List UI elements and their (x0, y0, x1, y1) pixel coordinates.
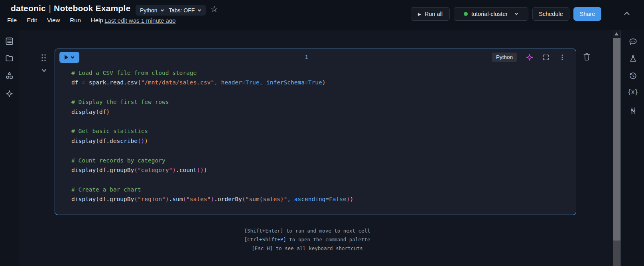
header-bar: dateonic|Notebook Example Python Tabs: O… (0, 0, 644, 30)
code-line[interactable] (71, 117, 569, 126)
code-line[interactable]: display(df.groupBy("category").count()) (71, 165, 569, 175)
drag-dots-icon (41, 54, 47, 62)
code-editor[interactable]: # Load a CSV file from cloud storagedf =… (71, 68, 569, 204)
cell-number: 1 (301, 53, 313, 60)
code-line[interactable]: # Display the first few rows (71, 97, 569, 107)
menu-bar: File Edit View Run Help (7, 17, 103, 23)
notebook-cell[interactable]: 1 Python # Load a (55, 49, 576, 215)
tabs-selector[interactable]: Tabs: OFF (164, 5, 206, 16)
schedule-button[interactable]: Schedule (532, 7, 569, 21)
notebook-title-name: dateonic (11, 4, 46, 13)
last-edit-link[interactable]: Last edit was 1 minute ago (104, 17, 175, 24)
workflows-icon[interactable] (5, 71, 14, 80)
play-icon: ▶ (418, 12, 421, 16)
language-selector[interactable]: Python (136, 5, 169, 16)
collapse-header-chevron[interactable] (623, 10, 630, 16)
chevron-down-icon (41, 68, 47, 73)
kebab-menu-icon[interactable] (558, 53, 566, 61)
cell-drag-handle[interactable] (41, 54, 47, 62)
code-line[interactable] (71, 146, 569, 155)
hint-line: [Shift+Enter] to run and move to next ce… (19, 227, 595, 235)
code-line[interactable]: # Create a bar chart (71, 185, 569, 194)
hint-line: [Ctrl+Shift+P] to open the command palet… (19, 235, 595, 244)
cluster-selector[interactable]: tutorial-cluster (454, 7, 528, 21)
cluster-status-dot (464, 12, 468, 16)
chevron-down-icon (160, 8, 164, 12)
code-line[interactable]: # Count records by category (71, 156, 569, 165)
scrollbar-track[interactable] (613, 241, 620, 266)
delete-cell-button[interactable] (582, 52, 591, 62)
run-all-button[interactable]: ▶ Run all (411, 7, 450, 21)
assistant-sparkle-icon[interactable] (526, 53, 534, 61)
variables-glyph: {x} (627, 88, 638, 96)
trash-icon (582, 52, 591, 62)
vertical-scrollbar[interactable] (613, 30, 620, 266)
notebook-panel-icon[interactable] (5, 37, 14, 46)
experiments-icon[interactable] (628, 54, 638, 63)
version-history-icon[interactable] (628, 71, 638, 80)
notebook-title-subtitle: Notebook Example (54, 4, 130, 13)
scrollbar-thumb[interactable] (613, 38, 620, 241)
menu-help[interactable]: Help (91, 17, 103, 23)
code-line[interactable] (71, 175, 569, 184)
cell-toolbar: Python (492, 53, 566, 62)
fullscreen-icon[interactable] (542, 53, 550, 61)
code-line[interactable] (71, 88, 569, 97)
cell-language-pill[interactable]: Python (492, 53, 517, 62)
run-cell-button[interactable] (59, 52, 79, 63)
comments-icon[interactable] (628, 37, 638, 46)
cluster-name: tutorial-cluster (471, 11, 508, 17)
code-line[interactable]: # Load a CSV file from cloud storage (71, 68, 569, 78)
menu-edit[interactable]: Edit (27, 17, 37, 23)
left-sidebar (0, 30, 19, 266)
share-label: Share (580, 11, 595, 17)
chevron-down-icon (197, 8, 201, 12)
star-icon[interactable]: ☆ (211, 4, 218, 14)
menu-file[interactable]: File (7, 17, 17, 23)
settings-sliders-icon[interactable] (628, 106, 638, 115)
title-separator: | (46, 4, 54, 13)
code-line[interactable]: df = spark.read.csv("/mnt/data/sales.csv… (71, 78, 569, 87)
chevron-up-icon (623, 11, 630, 16)
share-button[interactable]: Share (573, 7, 601, 21)
chevron-down-icon (514, 12, 518, 16)
language-selector-label: Python (140, 7, 158, 14)
code-line[interactable]: display(df.groupBy("region").sum("sales"… (71, 194, 569, 204)
scrollbar-up-arrow[interactable] (614, 32, 618, 35)
right-sidebar: {x} (620, 30, 644, 266)
code-line[interactable]: # Get basic statistics (71, 126, 569, 136)
cell-collapse-chevron[interactable] (41, 67, 47, 72)
menu-run[interactable]: Run (70, 17, 81, 23)
code-line[interactable]: display(df.describe()) (71, 136, 569, 146)
assistant-sparkle-icon[interactable] (5, 89, 14, 98)
keyboard-hints: [Shift+Enter] to run and move to next ce… (19, 227, 595, 253)
play-icon (65, 55, 68, 60)
notebook-app: dateonic|Notebook Example Python Tabs: O… (0, 0, 644, 266)
folder-icon[interactable] (5, 54, 14, 63)
variables-icon[interactable]: {x} (627, 88, 638, 98)
notebook-canvas: 1 Python # Load a (19, 30, 613, 266)
hint-line: [Esc H] to see all keyboard shortcuts (19, 244, 595, 253)
notebook-title[interactable]: dateonic|Notebook Example (11, 4, 130, 13)
run-options-chevron-icon[interactable] (71, 55, 75, 59)
tabs-selector-label: Tabs: OFF (169, 7, 195, 14)
schedule-label: Schedule (539, 11, 563, 17)
run-all-label: Run all (425, 11, 443, 17)
menu-view[interactable]: View (47, 17, 60, 23)
code-line[interactable]: display(df) (71, 107, 569, 117)
